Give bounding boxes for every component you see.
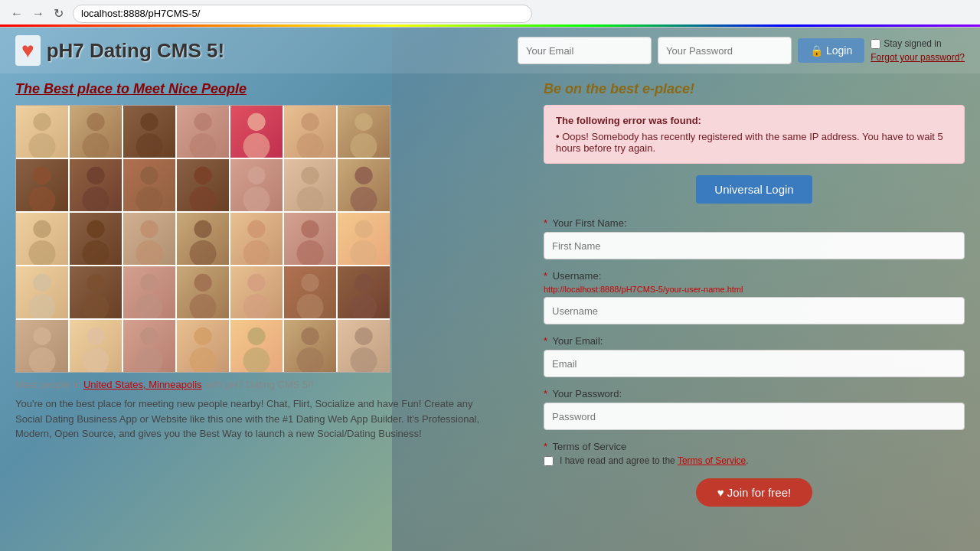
photo-cell	[177, 266, 229, 318]
username-url-hint: http://localhost:8888/pH7CMS-5/your-user…	[544, 285, 965, 294]
page-background: ♥ pH7 Dating CMS 5! 🔒 Login Stay signed …	[0, 28, 980, 551]
photo-cell	[284, 213, 336, 265]
svg-point-31	[87, 220, 104, 238]
terms-checkbox[interactable]	[544, 456, 554, 466]
terms-agree-area: I have read and agree to the Terms of Se…	[544, 455, 965, 466]
svg-point-41	[354, 220, 372, 238]
reload-button[interactable]: ↻	[51, 5, 67, 22]
address-bar[interactable]	[73, 5, 532, 23]
password-field[interactable]	[544, 403, 965, 430]
svg-point-62	[136, 347, 163, 372]
svg-point-12	[297, 133, 324, 158]
svg-point-13	[354, 113, 372, 131]
browser-chrome: ← → ↻	[0, 0, 980, 28]
svg-point-27	[354, 167, 372, 184]
svg-point-65	[247, 328, 265, 345]
svg-point-44	[29, 294, 56, 318]
svg-point-54	[297, 294, 324, 318]
svg-point-14	[351, 133, 377, 158]
first-name-label: * Your First Name:	[544, 217, 965, 229]
email-input[interactable]	[518, 37, 652, 64]
email-label: * Your Email:	[544, 335, 965, 347]
svg-point-56	[351, 294, 377, 318]
svg-point-33	[140, 220, 158, 238]
login-button[interactable]: 🔒 Login	[798, 38, 864, 63]
photo-cell	[177, 213, 229, 265]
svg-point-17	[87, 167, 104, 184]
svg-point-30	[29, 240, 56, 265]
tagline[interactable]: The Best place to Meet Nice People	[15, 81, 528, 97]
first-name-group: * Your First Name:	[544, 217, 965, 259]
svg-point-3	[87, 113, 104, 131]
svg-point-21	[194, 167, 211, 184]
svg-point-4	[83, 133, 109, 158]
login-meta: Stay signed in Forgot your password?	[871, 38, 965, 63]
join-button[interactable]: ♥ Join for free!	[696, 478, 812, 507]
svg-point-70	[351, 347, 377, 372]
header: ♥ pH7 Dating CMS 5! 🔒 Login Stay signed …	[0, 28, 980, 73]
error-message-item: Oops! Somebody has recently registered w…	[556, 131, 952, 154]
svg-point-16	[29, 187, 56, 211]
svg-point-7	[194, 113, 211, 131]
svg-point-42	[351, 240, 377, 265]
logo-area: ♥ pH7 Dating CMS 5!	[15, 35, 224, 66]
svg-point-26	[297, 187, 324, 211]
photo-cell	[16, 320, 68, 372]
svg-point-10	[243, 133, 270, 158]
svg-point-51	[247, 274, 265, 292]
username-input[interactable]	[544, 297, 965, 324]
stay-signed-label: Stay signed in	[884, 38, 941, 49]
photo-cell	[284, 320, 336, 372]
forward-button[interactable]: →	[29, 5, 47, 22]
photo-cell	[123, 213, 175, 265]
universal-login-button[interactable]: Universal Login	[696, 175, 812, 204]
be-on-best-title: Be on the best e-place!	[544, 81, 965, 97]
password-label: * Your Password:	[544, 388, 965, 399]
svg-point-49	[194, 274, 211, 292]
svg-point-55	[354, 274, 372, 292]
back-button[interactable]: ←	[8, 5, 26, 22]
terms-group: * Terms of Service I have read and agree…	[544, 441, 965, 466]
svg-point-22	[190, 187, 217, 211]
password-input[interactable]	[658, 37, 792, 64]
stay-signed-area: Stay signed in	[871, 38, 965, 49]
photo-cell	[70, 213, 122, 265]
photo-cell	[123, 266, 175, 318]
required-star-email: *	[544, 335, 547, 347]
svg-point-25	[301, 167, 318, 184]
email-field[interactable]	[544, 350, 965, 377]
svg-point-57	[33, 328, 51, 345]
error-message: Oops! Somebody has recently registered w…	[556, 131, 952, 154]
svg-point-45	[87, 274, 104, 292]
svg-point-23	[247, 167, 265, 184]
photo-cell	[338, 106, 390, 158]
photo-cell	[177, 106, 229, 158]
svg-point-59	[87, 328, 104, 345]
photo-cell	[230, 266, 283, 318]
location-pre: Meet people in	[15, 379, 80, 390]
photo-cell	[177, 159, 229, 211]
svg-point-5	[140, 113, 158, 131]
svg-point-50	[190, 294, 217, 318]
required-star-username: *	[544, 270, 547, 282]
location-link[interactable]: United States, Minneapolis	[83, 379, 202, 390]
password-group: * Your Password:	[544, 388, 965, 430]
location-post: with pH7 Dating CMS 5!!	[204, 379, 313, 390]
svg-point-24	[243, 187, 270, 211]
svg-point-66	[243, 347, 270, 372]
svg-point-1	[29, 133, 56, 158]
stay-signed-checkbox[interactable]	[871, 39, 880, 49]
svg-point-20	[136, 187, 163, 211]
nav-buttons: ← → ↻	[8, 5, 67, 22]
photo-cell	[230, 320, 283, 372]
first-name-input[interactable]	[544, 232, 965, 259]
photo-cell	[230, 106, 283, 158]
terms-link[interactable]: Terms of Service	[678, 455, 746, 466]
forgot-password-link[interactable]: Forgot your password?	[871, 52, 965, 63]
error-title: The following error was found:	[556, 115, 952, 126]
svg-point-32	[83, 240, 109, 265]
svg-point-38	[243, 240, 270, 265]
photo-cell	[123, 106, 175, 158]
svg-point-18	[83, 187, 109, 211]
svg-point-6	[136, 133, 163, 158]
